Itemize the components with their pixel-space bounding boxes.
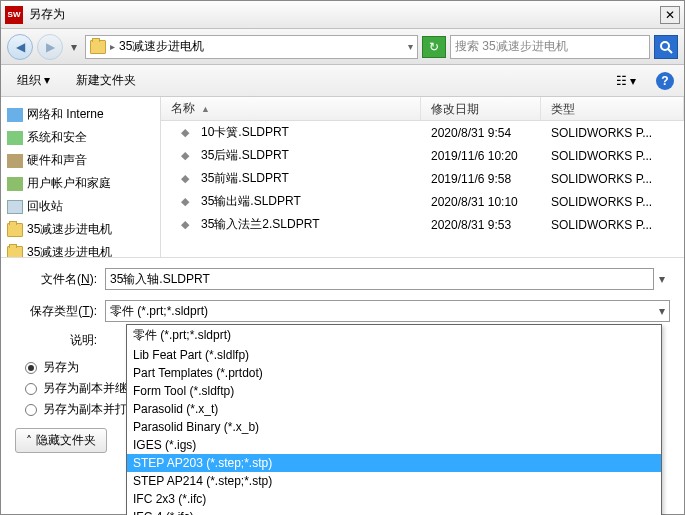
radio-icon [25,404,37,416]
file-name: 35输入法兰2.SLDPRT [201,216,319,233]
search-button[interactable] [654,35,678,59]
nav-bar: ◀ ▶ ▾ ▸ 35减速步进电机 ▾ ↻ 搜索 35减速步进电机 [1,29,684,65]
radio-label: 另存为副本并打开 [43,401,139,418]
file-type: SOLIDWORKS P... [541,149,684,163]
tree-item-label: 35减速步进电机 [27,221,112,238]
title-bar: SW 另存为 ✕ [1,1,684,29]
filetype-option[interactable]: IFC 4 (*.ifc) [127,508,661,515]
file-list-pane: 名称▲ 修改日期 类型 ◆10卡簧.SLDPRT2020/8/31 9:54SO… [161,97,684,257]
chevron-down-icon[interactable]: ▾ [408,41,413,52]
file-date: 2019/11/6 9:58 [421,172,541,186]
column-name[interactable]: 名称▲ [161,97,421,120]
tree-item[interactable]: 35减速步进电机 [5,241,156,257]
history-dropdown[interactable]: ▾ [67,34,81,60]
breadcrumb-current: 35减速步进电机 [119,38,204,55]
radio-label: 另存为副本并继续 [43,380,139,397]
help-icon[interactable]: ? [656,72,674,90]
tree-item[interactable]: 回收站 [5,195,156,218]
tree-item-label: 硬件和声音 [27,152,87,169]
folder-icon [90,40,106,54]
file-list: ◆10卡簧.SLDPRT2020/8/31 9:54SOLIDWORKS P..… [161,121,684,257]
tree-item-label: 回收站 [27,198,63,215]
filename-label: 文件名(N): [15,271,105,288]
file-row[interactable]: ◆35输入法兰2.SLDPRT2020/8/31 9:53SOLIDWORKS … [161,213,684,236]
filetype-option[interactable]: IFC 2x3 (*.ifc) [127,490,661,508]
file-row[interactable]: ◆10卡簧.SLDPRT2020/8/31 9:54SOLIDWORKS P..… [161,121,684,144]
filetype-option[interactable]: Form Tool (*.sldftp) [127,382,661,400]
savetype-value: 零件 (*.prt;*.sldprt) [110,303,208,320]
tree-item[interactable]: 35减速步进电机 [5,218,156,241]
file-type: SOLIDWORKS P... [541,218,684,232]
file-row[interactable]: ◆35输出端.SLDPRT2020/8/31 10:10SOLIDWORKS P… [161,190,684,213]
search-input[interactable]: 搜索 35减速步进电机 [450,35,650,59]
tree-item[interactable]: 用户帐户和家庭 [5,172,156,195]
back-button[interactable]: ◀ [7,34,33,60]
description-label: 说明: [15,332,105,349]
tree-item-label: 网络和 Interne [27,106,104,123]
tree-item-label: 用户帐户和家庭 [27,175,111,192]
folder-tree: 网络和 Interne系统和安全硬件和声音用户帐户和家庭回收站35减速步进电机3… [1,97,161,257]
file-date: 2020/8/31 9:53 [421,218,541,232]
file-name: 35后端.SLDPRT [201,147,289,164]
column-date[interactable]: 修改日期 [421,97,541,120]
part-icon: ◆ [181,149,195,163]
organize-menu[interactable]: 组织 ▾ [11,69,56,92]
breadcrumb[interactable]: ▸ 35减速步进电机 ▾ [85,35,418,59]
file-name: 35输出端.SLDPRT [201,193,301,210]
file-type: SOLIDWORKS P... [541,126,684,140]
filetype-option[interactable]: STEP AP214 (*.step;*.stp) [127,472,661,490]
filetype-option[interactable]: STEP AP203 (*.step;*.stp) [127,454,661,472]
view-mode-button[interactable]: ☷ ▾ [610,71,642,91]
filename-input[interactable] [105,268,654,290]
savetype-combo[interactable]: 零件 (*.prt;*.sldprt) ▾ [105,300,670,322]
tree-item[interactable]: 系统和安全 [5,126,156,149]
chevron-right-icon: ▸ [110,41,115,52]
part-icon: ◆ [181,172,195,186]
radio-icon [25,383,37,395]
filetype-option[interactable]: Parasolid (*.x_t) [127,400,661,418]
tree-item-label: 系统和安全 [27,129,87,146]
svg-line-1 [668,49,672,53]
search-placeholder: 搜索 35减速步进电机 [455,38,568,55]
file-row[interactable]: ◆35前端.SLDPRT2019/11/6 9:58SOLIDWORKS P..… [161,167,684,190]
folder-icon [7,154,23,168]
folder-icon [7,223,23,237]
filetype-option[interactable]: Parasolid Binary (*.x_b) [127,418,661,436]
chevron-down-icon: ▾ [659,304,665,318]
file-type: SOLIDWORKS P... [541,195,684,209]
filetype-option[interactable]: IGES (*.igs) [127,436,661,454]
window-title: 另存为 [29,6,660,23]
file-date: 2020/8/31 9:54 [421,126,541,140]
part-icon: ◆ [181,126,195,140]
filetype-option[interactable]: Lib Feat Part (*.sldlfp) [127,346,661,364]
filetype-option[interactable]: Part Templates (*.prtdot) [127,364,661,382]
part-icon: ◆ [181,218,195,232]
filetype-option[interactable]: 零件 (*.prt;*.sldprt) [127,325,661,346]
forward-button[interactable]: ▶ [37,34,63,60]
svg-point-0 [661,42,669,50]
folder-icon [7,246,23,258]
close-button[interactable]: ✕ [660,6,680,24]
refresh-button[interactable]: ↻ [422,36,446,58]
folder-icon [7,131,23,145]
column-type[interactable]: 类型 [541,97,684,120]
savetype-label: 保存类型(T): [15,303,105,320]
search-icon [659,40,673,54]
new-folder-button[interactable]: 新建文件夹 [70,69,142,92]
file-type: SOLIDWORKS P... [541,172,684,186]
folder-icon [7,200,23,214]
toolbar: 组织 ▾ 新建文件夹 ☷ ▾ ? [1,65,684,97]
tree-item[interactable]: 硬件和声音 [5,149,156,172]
body-area: 网络和 Interne系统和安全硬件和声音用户帐户和家庭回收站35减速步进电机3… [1,97,684,257]
filename-dropdown[interactable]: ▾ [654,272,670,286]
filetype-dropdown-list[interactable]: 零件 (*.prt;*.sldprt)Lib Feat Part (*.sldl… [126,324,662,515]
file-name: 10卡簧.SLDPRT [201,124,289,141]
list-header: 名称▲ 修改日期 类型 [161,97,684,121]
hide-folders-button[interactable]: ˄ 隐藏文件夹 [15,428,107,453]
tree-item-label: 35减速步进电机 [27,244,112,257]
file-row[interactable]: ◆35后端.SLDPRT2019/11/6 10:20SOLIDWORKS P.… [161,144,684,167]
radio-icon [25,362,37,374]
file-date: 2020/8/31 10:10 [421,195,541,209]
folder-icon [7,108,23,122]
tree-item[interactable]: 网络和 Interne [5,103,156,126]
